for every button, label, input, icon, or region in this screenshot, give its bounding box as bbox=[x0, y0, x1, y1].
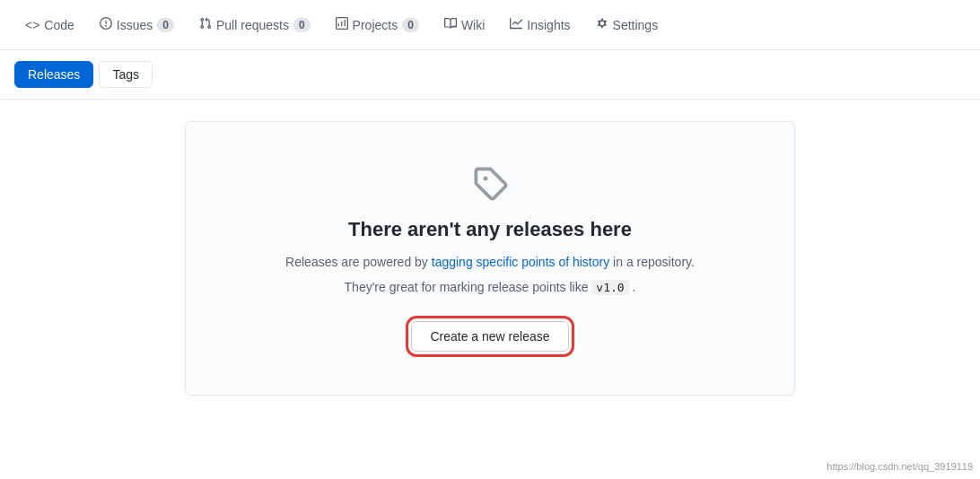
nav-issues-label: Issues bbox=[117, 18, 153, 32]
nav-pull-requests[interactable]: Pull requests 0 bbox=[188, 10, 321, 39]
nav-insights[interactable]: Insights bbox=[499, 10, 581, 39]
releases-tab[interactable]: Releases bbox=[14, 61, 93, 88]
nav-projects-label: Projects bbox=[353, 18, 398, 32]
nav-settings-label: Settings bbox=[613, 18, 659, 32]
insights-icon bbox=[510, 17, 522, 32]
sub-nav: Releases Tags bbox=[0, 50, 980, 100]
desc2-after: . bbox=[629, 280, 636, 294]
empty-state-box: There aren't any releases here Releases … bbox=[185, 121, 795, 396]
tags-tab[interactable]: Tags bbox=[99, 61, 153, 88]
nav-insights-label: Insights bbox=[527, 18, 570, 32]
issues-icon bbox=[100, 17, 112, 32]
empty-desc-2: They're great for marking release points… bbox=[345, 277, 636, 298]
wiki-icon bbox=[444, 17, 457, 32]
nav-code[interactable]: <> Code bbox=[14, 11, 85, 39]
code-icon: <> bbox=[25, 18, 39, 32]
nav-wiki-label: Wiki bbox=[461, 18, 485, 32]
desc2-before: They're great for marking release points… bbox=[345, 280, 592, 294]
pull-requests-badge: 0 bbox=[293, 18, 311, 32]
main-content: There aren't any releases here Releases … bbox=[0, 100, 980, 417]
pull-requests-icon bbox=[199, 17, 212, 32]
create-release-button[interactable]: Create a new release bbox=[411, 321, 568, 352]
settings-icon bbox=[596, 17, 608, 32]
desc1-after: in a repository. bbox=[609, 255, 695, 269]
top-nav: <> Code Issues 0 Pull requests 0 Project… bbox=[0, 0, 980, 50]
projects-badge: 0 bbox=[402, 18, 419, 32]
empty-title: There aren't any releases here bbox=[348, 218, 632, 241]
desc1-before: Releases are powered by bbox=[285, 255, 432, 269]
version-code: v1.0 bbox=[591, 280, 628, 295]
nav-wiki[interactable]: Wiki bbox=[433, 10, 495, 39]
nav-code-label: Code bbox=[44, 18, 74, 32]
nav-pull-requests-label: Pull requests bbox=[216, 18, 289, 32]
tag-icon bbox=[472, 165, 508, 204]
empty-desc-1: Releases are powered by tagging specific… bbox=[285, 252, 695, 272]
desc1-link[interactable]: tagging specific points of history bbox=[432, 255, 609, 269]
nav-settings[interactable]: Settings bbox=[585, 10, 669, 39]
issues-badge: 0 bbox=[157, 18, 174, 32]
nav-issues[interactable]: Issues 0 bbox=[89, 10, 185, 39]
nav-projects[interactable]: Projects 0 bbox=[325, 10, 430, 39]
projects-icon bbox=[336, 17, 348, 32]
